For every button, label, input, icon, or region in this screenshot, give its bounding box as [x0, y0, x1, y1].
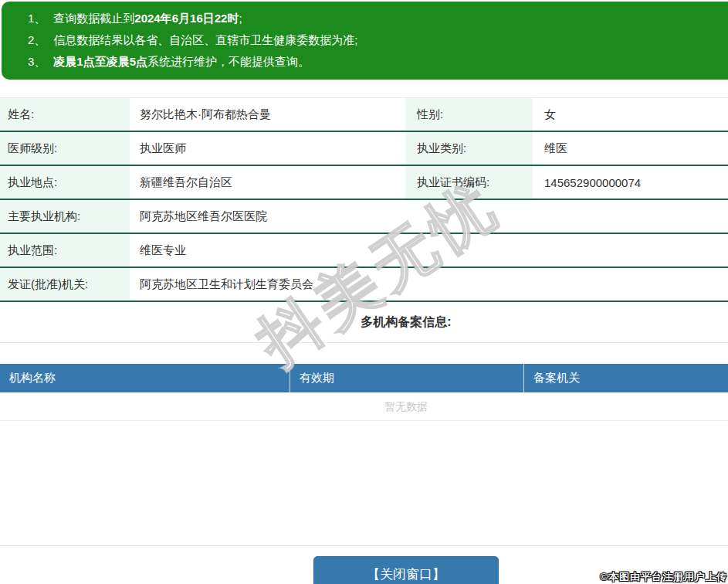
field-value-practice-category: 维医 [533, 132, 728, 165]
table-row: 主要执业机构: 阿克苏地区维吾尔医医院 [0, 200, 728, 234]
column-header-filing-authority: 备案机关 [523, 364, 728, 392]
table-row: 发证(批准)机关: 阿克苏地区卫生和计划生育委员会 [0, 268, 728, 302]
close-window-button[interactable]: 【关闭窗口】 [313, 556, 499, 584]
field-label-doctor-level: 医师级别: [0, 132, 130, 165]
field-label-practice-location: 执业地点: [0, 166, 130, 199]
notice-line-2: 2、信息数据结果以各省、自治区、直辖市卫生健康委数据为准; [28, 29, 728, 51]
field-label-main-institution: 主要执业机构: [0, 200, 130, 233]
field-label-issuing-authority: 发证(批准)机关: [0, 268, 130, 300]
footer-divider [0, 545, 728, 546]
corner-watermark: ©本图由平台注册用户上传 [600, 570, 727, 584]
table-row: 姓名: 努尔比艳木·阿布都热合曼 性别: 女 [0, 98, 728, 132]
table-row: 执业地点: 新疆维吾尔自治区 执业证书编码: 145652900000074 [0, 166, 728, 200]
notice-text-bold: 凌晨1点至凌晨5点 [53, 55, 147, 68]
field-value-doctor-level: 执业医师 [130, 132, 405, 165]
notice-line-3: 3、凌晨1点至凌晨5点系统进行维护，不能提供查询。 [28, 51, 728, 73]
field-label-certificate-number: 执业证书编码: [405, 166, 533, 199]
notice-banner: 1、查询数据截止到2024年6月16日22时; 2、信息数据结果以各省、自治区、… [2, 2, 728, 80]
field-label-practice-scope: 执业范围: [0, 234, 130, 267]
field-value-gender: 女 [533, 98, 728, 131]
column-header-institution-name: 机构名称 [0, 364, 290, 392]
column-header-validity-period: 有效期 [290, 364, 523, 392]
notice-text: 信息数据结果以各省、自治区、直辖市卫生健康委数据为准; [53, 33, 357, 46]
field-value-practice-location: 新疆维吾尔自治区 [130, 166, 405, 199]
records-table-header: 机构名称 有效期 备案机关 [0, 364, 728, 392]
page-container: 1、查询数据截止到2024年6月16日22时; 2、信息数据结果以各省、自治区、… [0, 0, 728, 421]
field-label-name: 姓名: [0, 98, 130, 131]
notice-line-1: 1、查询数据截止到2024年6月16日22时; [28, 8, 728, 29]
practitioner-info-table: 姓名: 努尔比艳木·阿布都热合曼 性别: 女 医师级别: 执业医师 执业类别: … [0, 97, 728, 302]
field-value-name: 努尔比艳木·阿布都热合曼 [130, 98, 405, 131]
notice-text: ; [239, 12, 242, 25]
notice-text-bold: 2024年6月16日22时 [134, 12, 239, 25]
table-row: 执业范围: 维医专业 [0, 234, 728, 268]
field-value-practice-scope: 维医专业 [130, 234, 728, 267]
section-title-multi-institution: 多机构备案信息: [0, 302, 728, 343]
notice-number: 3、 [28, 55, 46, 68]
empty-data-message: 暂无数据 [0, 392, 728, 421]
field-label-practice-category: 执业类别: [405, 132, 533, 165]
notice-text: 系统进行维护，不能提供查询。 [147, 55, 310, 68]
field-value-certificate-number: 145652900000074 [533, 166, 728, 199]
notice-text: 查询数据截止到 [53, 12, 134, 25]
field-value-issuing-authority: 阿克苏地区卫生和计划生育委员会 [130, 268, 728, 300]
field-label-gender: 性别: [405, 98, 533, 131]
table-row: 医师级别: 执业医师 执业类别: 维医 [0, 132, 728, 166]
notice-number: 2、 [28, 33, 46, 46]
field-value-main-institution: 阿克苏地区维吾尔医医院 [130, 200, 728, 233]
notice-number: 1、 [28, 12, 46, 25]
